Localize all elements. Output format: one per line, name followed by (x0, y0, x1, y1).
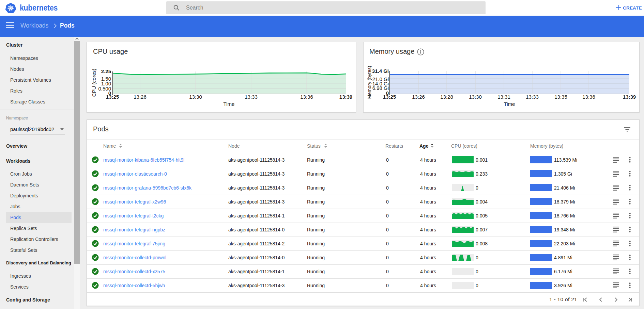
svg-text:2.25: 2.25 (101, 68, 111, 74)
svg-text:13:25: 13:25 (106, 94, 119, 100)
svg-text:Time: Time (224, 101, 235, 107)
svg-text:Time: Time (504, 101, 515, 107)
svg-text:CPU (cores): CPU (cores) (91, 69, 97, 97)
svg-text:13:39: 13:39 (623, 94, 636, 100)
svg-text:13:26: 13:26 (412, 94, 425, 100)
svg-text:13:36: 13:36 (582, 94, 595, 100)
svg-text:13:30: 13:30 (189, 94, 202, 100)
svg-text:13:35: 13:35 (554, 94, 567, 100)
svg-text:13:26: 13:26 (134, 94, 147, 100)
svg-text:13:30: 13:30 (469, 94, 482, 100)
svg-text:13:36: 13:36 (300, 94, 313, 100)
svg-text:13:25: 13:25 (383, 94, 396, 100)
svg-text:Memory (bytes): Memory (bytes) (367, 66, 372, 99)
svg-text:13:33: 13:33 (245, 94, 258, 100)
svg-text:31.4 Gi: 31.4 Gi (372, 68, 389, 74)
svg-text:13:33: 13:33 (526, 94, 539, 100)
svg-text:13:39: 13:39 (339, 94, 352, 100)
svg-text:13:28: 13:28 (440, 94, 453, 100)
svg-text:13:31: 13:31 (497, 94, 510, 100)
